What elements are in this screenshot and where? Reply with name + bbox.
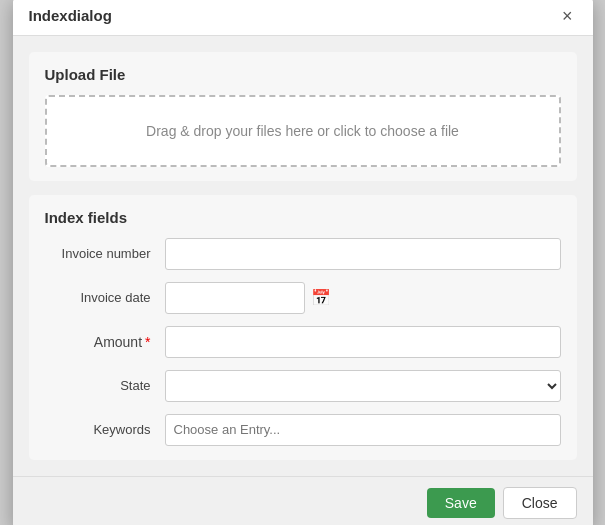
state-row: State Option 1 Option 2 bbox=[45, 370, 561, 402]
date-wrapper: 📅 bbox=[165, 282, 331, 314]
calendar-icon[interactable]: 📅 bbox=[311, 288, 331, 307]
dialog-header: Indexdialog × bbox=[13, 0, 593, 36]
header-close-button[interactable]: × bbox=[558, 7, 577, 25]
keywords-row: Keywords bbox=[45, 414, 561, 446]
close-button[interactable]: Close bbox=[503, 487, 577, 519]
index-section-title: Index fields bbox=[45, 209, 561, 226]
dialog-title: Indexdialog bbox=[29, 7, 112, 24]
keywords-input[interactable] bbox=[165, 414, 561, 446]
state-select[interactable]: Option 1 Option 2 bbox=[165, 370, 561, 402]
required-star: * bbox=[145, 334, 150, 350]
drop-zone[interactable]: Drag & drop your files here or click to … bbox=[45, 95, 561, 167]
index-dialog: Indexdialog × Upload File Drag & drop yo… bbox=[13, 0, 593, 525]
upload-section-title: Upload File bbox=[45, 66, 561, 83]
invoice-date-input[interactable] bbox=[165, 282, 305, 314]
dialog-footer: Save Close bbox=[13, 476, 593, 526]
keywords-label: Keywords bbox=[45, 422, 165, 437]
invoice-number-row: Invoice number bbox=[45, 238, 561, 270]
invoice-number-label: Invoice number bbox=[45, 246, 165, 261]
upload-file-section: Upload File Drag & drop your files here … bbox=[29, 52, 577, 181]
amount-row: Amount* bbox=[45, 326, 561, 358]
amount-label: Amount* bbox=[45, 334, 165, 350]
dialog-body: Upload File Drag & drop your files here … bbox=[13, 36, 593, 476]
amount-input[interactable] bbox=[165, 326, 561, 358]
invoice-date-label: Invoice date bbox=[45, 290, 165, 305]
invoice-date-row: Invoice date 📅 bbox=[45, 282, 561, 314]
save-button[interactable]: Save bbox=[427, 488, 495, 518]
index-fields-section: Index fields Invoice number Invoice date… bbox=[29, 195, 577, 460]
invoice-number-input[interactable] bbox=[165, 238, 561, 270]
state-label: State bbox=[45, 378, 165, 393]
